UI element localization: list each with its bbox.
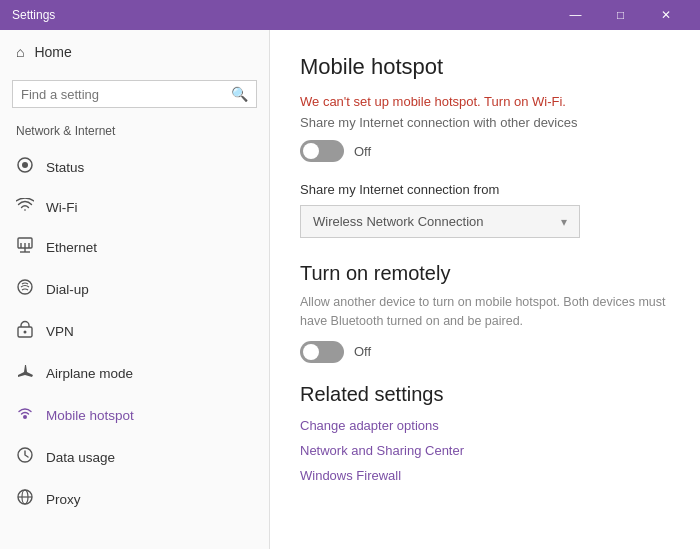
related-settings-title: Related settings [300,383,670,406]
proxy-label: Proxy [46,492,81,507]
close-button[interactable]: ✕ [643,0,688,30]
window-controls: — □ ✕ [553,0,688,30]
share-from-label: Share my Internet connection from [300,182,670,197]
toggle-knob [303,143,319,159]
app-body: ⌂ Home 🔍 Network & Internet Status [0,30,700,549]
search-icon[interactable]: 🔍 [231,86,248,102]
sidebar-section-label: Network & Internet [0,118,269,146]
minimize-button[interactable]: — [553,0,598,30]
home-icon: ⌂ [16,44,24,60]
title-bar: Settings — □ ✕ [0,0,700,30]
wifi-icon [16,198,34,216]
related-link-adapter[interactable]: Change adapter options [300,418,670,433]
vpn-label: VPN [46,324,74,339]
airplane-label: Airplane mode [46,366,133,381]
home-label: Home [34,44,71,60]
sidebar-item-proxy[interactable]: Proxy [0,478,269,520]
connection-dropdown[interactable]: Wireless Network Connection ▾ [300,205,580,238]
sidebar-item-ethernet[interactable]: Ethernet [0,226,269,268]
sidebar-item-datausage[interactable]: Data usage [0,436,269,478]
maximize-button[interactable]: □ [598,0,643,30]
sidebar: ⌂ Home 🔍 Network & Internet Status [0,30,270,549]
dialup-label: Dial-up [46,282,89,297]
sidebar-item-dialup[interactable]: Dial-up [0,268,269,310]
vpn-icon [16,320,34,342]
status-icon [16,156,34,178]
search-input[interactable] [21,87,231,102]
remote-toggle-label: Off [354,344,371,359]
remote-toggle-row: Off [300,341,670,363]
error-message: We can't set up mobile hotspot. Turn on … [300,94,670,109]
related-link-firewall[interactable]: Windows Firewall [300,468,670,483]
proxy-icon [16,488,34,510]
remote-section-title: Turn on remotely [300,262,670,285]
chevron-down-icon: ▾ [561,215,567,229]
related-link-sharing[interactable]: Network and Sharing Center [300,443,670,458]
svg-point-1 [22,162,28,168]
hotspot-label: Mobile hotspot [46,408,134,423]
remote-toggle-knob [303,344,319,360]
app-title: Settings [12,8,553,22]
dropdown-value: Wireless Network Connection [313,214,484,229]
sidebar-item-vpn[interactable]: VPN [0,310,269,352]
sidebar-item-status[interactable]: Status [0,146,269,188]
dialup-icon [16,278,34,300]
remote-toggle[interactable] [300,341,344,363]
hotspot-icon [16,404,34,426]
datausage-label: Data usage [46,450,115,465]
status-label: Status [46,160,84,175]
airplane-icon [16,362,34,384]
page-title: Mobile hotspot [300,54,670,80]
svg-point-10 [24,331,27,334]
main-content: Mobile hotspot We can't set up mobile ho… [270,30,700,549]
wifi-label: Wi-Fi [46,200,77,215]
hotspot-toggle-label: Off [354,144,371,159]
datausage-icon [16,446,34,468]
ethernet-icon [16,236,34,258]
share-from-section: Share my Internet connection from Wirele… [300,182,670,238]
hotspot-toggle-row: Off [300,140,670,162]
sidebar-item-home[interactable]: ⌂ Home [0,30,269,74]
svg-point-8 [18,280,32,294]
search-box[interactable]: 🔍 [12,80,257,108]
svg-point-11 [23,415,27,419]
sidebar-item-hotspot[interactable]: Mobile hotspot [0,394,269,436]
remote-description: Allow another device to turn on mobile h… [300,293,670,331]
ethernet-label: Ethernet [46,240,97,255]
sidebar-item-airplane[interactable]: Airplane mode [0,352,269,394]
share-description: Share my Internet connection with other … [300,115,670,130]
hotspot-toggle[interactable] [300,140,344,162]
sidebar-item-wifi[interactable]: Wi-Fi [0,188,269,226]
